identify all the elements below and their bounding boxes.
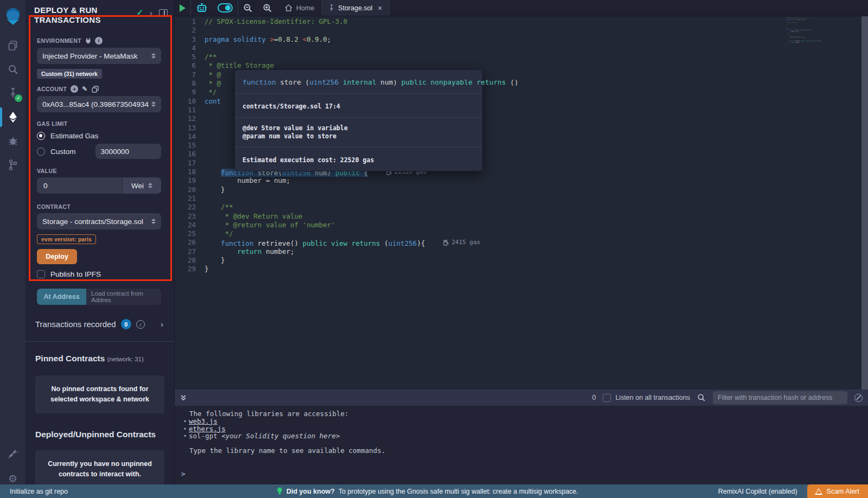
- remix-assistant-logo-icon[interactable]: [0, 4, 25, 28]
- environment-select[interactable]: Injected Provider - MetaMask: [37, 48, 161, 64]
- at-address-button[interactable]: At Address: [37, 289, 86, 305]
- value-input[interactable]: 0: [37, 177, 122, 194]
- custom-gas-radio[interactable]: [37, 148, 45, 156]
- code-line: 22 /**: [175, 203, 868, 212]
- lightbulb-icon: [277, 487, 283, 495]
- editor-scrollbar[interactable]: [861, 16, 868, 390]
- panel-expand-icon[interactable]: ›: [150, 8, 152, 17]
- value-unit-select[interactable]: Wei: [122, 177, 161, 194]
- environment-label: ENVIRONMENT i: [37, 37, 161, 44]
- contract-label: CONTRACT: [37, 203, 161, 210]
- code-line: 4: [175, 44, 868, 53]
- publish-ipfs-row[interactable]: Publish to IPFS: [37, 270, 161, 278]
- code-line: 5/**: [175, 53, 868, 61]
- code-line: 27 return number;: [175, 247, 868, 256]
- at-address-input[interactable]: Load contract from Addres: [86, 289, 161, 305]
- transactions-recorded-label: Transactions recorded: [35, 320, 116, 329]
- ai-copilot-toggle[interactable]: [213, 0, 238, 16]
- transaction-filter-input[interactable]: Filter with transaction hash or address: [713, 391, 847, 404]
- account-select[interactable]: 0xA03...85ac4 (0.398673504934: [37, 96, 161, 112]
- pin-panel-icon[interactable]: [159, 9, 168, 16]
- code-line: 25 */: [175, 229, 868, 238]
- gas-estimate-widget: 2415 gas: [443, 238, 480, 247]
- panel-check-icon: ✓: [136, 8, 143, 17]
- debugger-icon[interactable]: [0, 129, 25, 153]
- deploy-button[interactable]: Deploy: [37, 249, 77, 264]
- terminal-prompt[interactable]: >: [181, 470, 868, 478]
- chevron-updown-icon: [151, 53, 156, 59]
- git-icon[interactable]: [0, 153, 25, 177]
- line-number: 7: [175, 71, 205, 79]
- line-number: 2: [175, 26, 205, 35]
- unpinned-contracts-heading: Deployed/Unpinned Contracts: [25, 413, 174, 439]
- deploy-run-icon[interactable]: [0, 105, 25, 129]
- file-explorer-icon[interactable]: [0, 34, 25, 58]
- tab-storage-sol[interactable]: Storage.sol ×: [322, 0, 389, 16]
- solidity-compiler-icon[interactable]: ✓: [0, 81, 25, 105]
- radio-selected-icon[interactable]: [37, 132, 45, 140]
- line-number: 5: [175, 53, 205, 61]
- code-line: 28 }: [175, 256, 868, 265]
- home-icon: [285, 4, 292, 11]
- listen-checkbox[interactable]: [603, 394, 611, 402]
- terminal-note-line: Type the library name to see available c…: [181, 447, 868, 455]
- publish-ipfs-label: Publish to IPFS: [50, 270, 101, 278]
- ethersjs-link[interactable]: ethers.js: [189, 425, 226, 433]
- line-number: 11: [175, 106, 205, 114]
- copilot-status[interactable]: RemixAI Copilot (enabled): [718, 488, 807, 495]
- plugin-manager-icon[interactable]: [0, 443, 25, 467]
- clear-console-icon[interactable]: [854, 394, 863, 402]
- terminal-toolbar: 0 Listen on all transactions Filter with…: [175, 390, 868, 406]
- web3js-link[interactable]: web3.js: [189, 417, 218, 425]
- custom-gas-input[interactable]: 3000000: [95, 144, 161, 159]
- editor-area: Home Storage.sol × 1// SPDX-License-Iden…: [175, 0, 868, 484]
- publish-ipfs-checkbox[interactable]: [37, 270, 45, 278]
- line-number: 24: [175, 221, 205, 229]
- zoom-out-button[interactable]: [238, 0, 258, 16]
- terminal-search-icon: [697, 393, 706, 402]
- line-number: 4: [175, 44, 205, 53]
- zoom-in-icon: [263, 3, 272, 13]
- line-number: 13: [175, 124, 205, 132]
- network-badge: Custom (31) network: [37, 69, 102, 79]
- terminal-collapse-icon[interactable]: [180, 394, 187, 401]
- git-init-status[interactable]: Initialize as git repo: [0, 488, 68, 495]
- warning-icon: [815, 488, 822, 495]
- close-tab-icon[interactable]: ×: [378, 4, 382, 12]
- unpinned-empty-alert: Currently you have no unpinned contracts…: [35, 450, 164, 484]
- listen-label: Listen on all transactions: [615, 394, 690, 401]
- estimated-gas-radio[interactable]: Estimated Gas: [37, 132, 161, 140]
- contract-select[interactable]: Storage - contracts/Storage.sol: [37, 213, 161, 229]
- custom-gas-label: Custom: [50, 148, 76, 156]
- code-line: 23 * @dev Return value: [175, 212, 868, 221]
- transactions-recorded-row: Transactions recorded 0 i ›: [25, 305, 174, 337]
- terminal-intro-line: The following libraries are accessible:: [181, 410, 868, 418]
- line-number: 6: [175, 61, 205, 70]
- add-account-icon[interactable]: +: [71, 85, 78, 93]
- status-bar: Initialize as git repo Did you know? To …: [0, 484, 868, 498]
- transactions-info-icon[interactable]: i: [136, 320, 145, 329]
- zoom-in-button[interactable]: [258, 0, 277, 16]
- run-script-button[interactable]: [175, 0, 190, 16]
- ai-copilot-button[interactable]: [191, 0, 213, 16]
- listen-all-transactions[interactable]: Listen on all transactions: [603, 394, 690, 402]
- code-editor[interactable]: 1// SPDX-License-Identifier: GPL-3.023pr…: [175, 16, 868, 390]
- copy-address-icon[interactable]: [92, 86, 99, 93]
- transactions-expand-icon[interactable]: ›: [161, 320, 163, 329]
- robot-icon: [196, 3, 208, 14]
- code-line: 1// SPDX-License-Identifier: GPL-3.0: [175, 17, 868, 26]
- scam-alert-button[interactable]: Scam Alert: [807, 484, 868, 498]
- search-icon[interactable]: [0, 58, 25, 81]
- editor-minimap[interactable]: // SPDX-License-Identifier: GPL-3.0pragm…: [786, 17, 824, 46]
- remix-ide-window: ✓ ⚙ DEPLOY & RUN TRANSACTIONS ✓ ›: [0, 0, 868, 498]
- terminal-output[interactable]: The following libraries are accessible: …: [175, 406, 868, 484]
- tab-home[interactable]: Home: [277, 0, 322, 16]
- sign-message-icon[interactable]: ✎: [82, 85, 87, 93]
- zoom-out-icon: [243, 3, 253, 13]
- code-line: 19 number = num;: [175, 176, 868, 185]
- function-hover-tooltip: function store (uint256 internal num) pu…: [234, 69, 483, 171]
- line-number: 15: [175, 141, 205, 150]
- estimated-gas-label: Estimated Gas: [50, 132, 99, 140]
- tooltip-function-signature: function store (uint256 internal num) pu…: [242, 78, 519, 86]
- environment-info-icon[interactable]: i: [95, 37, 103, 44]
